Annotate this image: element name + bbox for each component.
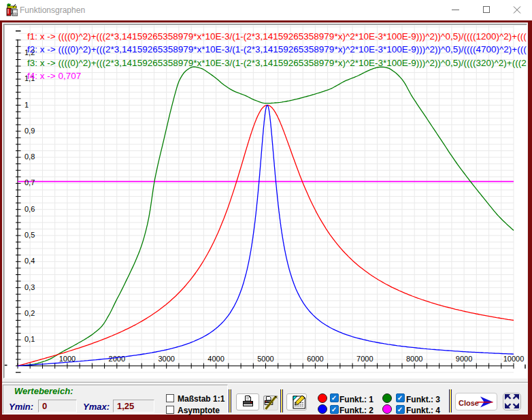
svg-text:0,8: 0,8 — [24, 152, 35, 161]
svg-text:0,2: 0,2 — [24, 309, 35, 317]
svg-text:4000: 4000 — [207, 355, 224, 363]
svg-text:0,7: 0,7 — [24, 178, 35, 187]
svg-text:0,4: 0,4 — [24, 257, 35, 265]
svg-text:0,6: 0,6 — [24, 205, 35, 213]
svg-text:f1: x -> ((((0)^2)+(((2*3,1415: f1: x -> ((((0)^2)+(((2*3,14159265358979… — [27, 31, 527, 42]
svg-text:9000: 9000 — [456, 355, 472, 363]
svg-text:1000: 1000 — [59, 355, 76, 363]
svg-text:f3: x -> ((((0)^2)+(((2*3,1415: f3: x -> ((((0)^2)+(((2*3,14159265358979… — [27, 58, 527, 68]
svg-text:6000: 6000 — [307, 355, 323, 363]
svg-text:f2: x -> ((((0)^2)+(((2*3,1415: f2: x -> ((((0)^2)+(((2*3,14159265358979… — [27, 44, 527, 54]
svg-text:8000: 8000 — [406, 355, 422, 363]
svg-text:0,9: 0,9 — [24, 127, 35, 135]
svg-text:1: 1 — [24, 101, 29, 109]
svg-text:7000: 7000 — [356, 355, 373, 363]
svg-text:5000: 5000 — [257, 355, 273, 363]
svg-text:0,1: 0,1 — [24, 335, 35, 343]
svg-text:f4: x -> 0,707: f4: x -> 0,707 — [27, 71, 81, 81]
svg-text:10000: 10000 — [503, 355, 525, 363]
svg-text:0,5: 0,5 — [24, 231, 35, 239]
svg-text:0,3: 0,3 — [24, 283, 35, 291]
svg-text:3000: 3000 — [158, 355, 174, 363]
